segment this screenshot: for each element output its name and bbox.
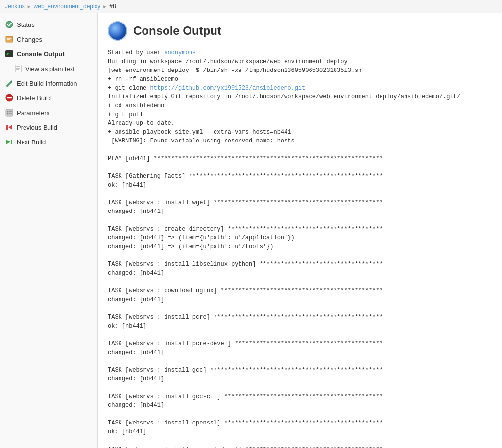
sidebar-item-previous-build[interactable]: Previous Build xyxy=(0,120,97,135)
sidebar-item-parameters[interactable]: Parameters xyxy=(0,105,97,120)
next-icon xyxy=(5,138,14,146)
sidebar-item-edit[interactable]: Edit Build Information xyxy=(0,76,97,91)
sidebar-item-edit-label: Edit Build Information xyxy=(17,80,77,87)
svg-point-15 xyxy=(7,113,9,115)
sidebar-item-console-label: Console Output xyxy=(17,50,65,58)
sidebar-item-changes[interactable]: Changes xyxy=(0,32,97,47)
sidebar-item-plaintext-label: View as plain text xyxy=(25,65,75,72)
prev-icon xyxy=(5,123,14,132)
breadcrumb-jenkins[interactable]: Jenkins xyxy=(5,3,25,10)
sidebar-item-next-build[interactable]: Next Build xyxy=(0,135,97,149)
svg-point-14 xyxy=(7,111,9,113)
sidebar-item-prev-label: Previous Build xyxy=(17,124,57,131)
status-icon xyxy=(5,20,14,29)
svg-text:>_: >_ xyxy=(6,51,12,56)
page-title-container: Console Output xyxy=(108,21,492,41)
svg-marker-20 xyxy=(6,140,10,144)
params-icon xyxy=(5,108,14,117)
sidebar-item-status[interactable]: Status xyxy=(0,17,97,32)
console-output: Started by user anonymous Building in wo… xyxy=(108,48,492,448)
svg-marker-18 xyxy=(8,125,12,130)
svg-rect-1 xyxy=(6,36,13,42)
sidebar-item-delete-label: Delete Build xyxy=(17,94,51,102)
breadcrumb-sep1: ► xyxy=(27,4,32,9)
breadcrumb-sep2: ► xyxy=(102,4,107,9)
sidebar-item-plaintext[interactable]: View as plain text xyxy=(0,61,97,76)
anonymous-user-link[interactable]: anonymous xyxy=(164,49,196,56)
delete-icon xyxy=(5,94,14,102)
edit-icon xyxy=(5,79,14,88)
sidebar-item-delete[interactable]: Delete Build xyxy=(0,91,97,105)
sidebar-item-console[interactable]: >_ Console Output xyxy=(0,47,97,61)
console-icon: >_ xyxy=(5,49,14,58)
svg-rect-6 xyxy=(15,65,21,72)
sidebar-item-next-label: Next Build xyxy=(17,139,46,146)
plaintext-icon xyxy=(14,64,23,73)
sidebar-item-parameters-label: Parameters xyxy=(17,109,49,117)
sidebar: Status Changes >_ Console Output xyxy=(0,13,98,448)
svg-rect-19 xyxy=(6,125,8,130)
breadcrumb-build: #8 xyxy=(109,3,116,10)
svg-rect-13 xyxy=(6,109,13,116)
git-clone-link[interactable]: https://github.com/yx1991523/ansibledemo… xyxy=(150,85,305,92)
page-title: Console Output xyxy=(133,24,221,38)
sidebar-item-changes-label: Changes xyxy=(17,36,42,43)
changes-icon xyxy=(5,35,14,44)
breadcrumb-project[interactable]: web_environment_deploy xyxy=(34,3,101,10)
main-content: Console Output Started by user anonymous… xyxy=(98,13,502,448)
sidebar-item-status-label: Status xyxy=(17,21,35,28)
globe-icon xyxy=(108,21,127,41)
breadcrumb: Jenkins ► web_environment_deploy ► #8 xyxy=(0,0,502,13)
svg-rect-21 xyxy=(11,140,12,144)
